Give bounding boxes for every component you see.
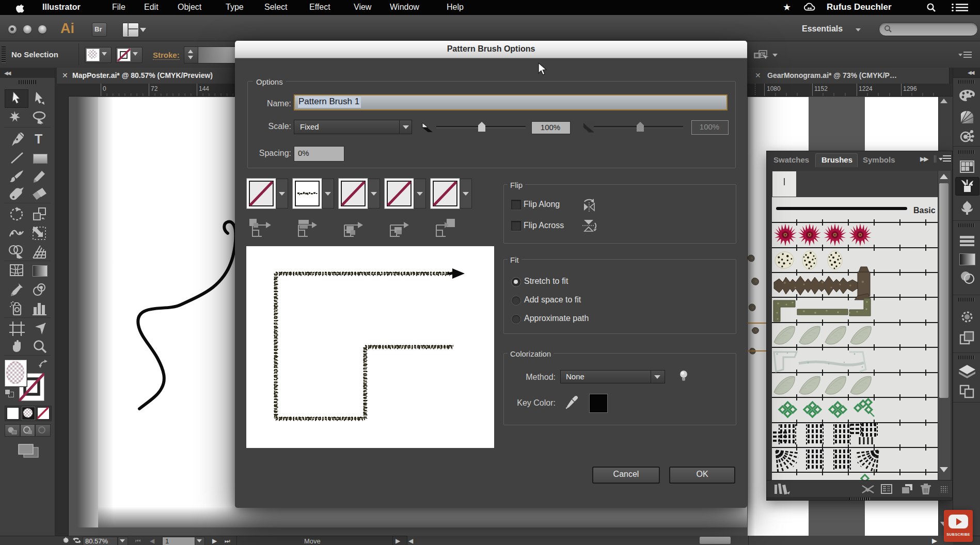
svg-text:144: 144 bbox=[199, 85, 209, 92]
svg-text:1224: 1224 bbox=[859, 85, 873, 92]
svg-text:1080: 1080 bbox=[767, 85, 781, 92]
svg-text:0: 0 bbox=[103, 85, 106, 92]
svg-text:1152: 1152 bbox=[814, 85, 828, 92]
svg-text:72: 72 bbox=[151, 85, 158, 92]
svg-text:1296: 1296 bbox=[903, 85, 917, 92]
svg-text:Basic: Basic bbox=[913, 206, 936, 215]
